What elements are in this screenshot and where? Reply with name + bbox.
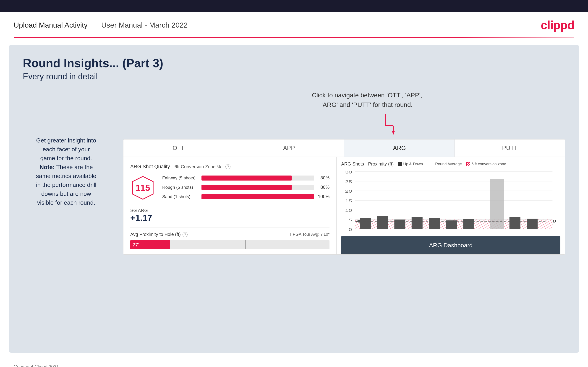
- section-header: ARG Shot Quality 6ft Conversion Zone % ?: [130, 164, 329, 170]
- shot-label-sand: Sand (1 shots): [162, 194, 199, 199]
- desc-line5: same metrics available: [36, 173, 96, 179]
- bar-container-fairway: [201, 175, 314, 181]
- section-title: ARG Shot Quality: [130, 164, 170, 170]
- svg-text:25: 25: [345, 180, 352, 184]
- svg-rect-29: [510, 217, 520, 229]
- legend-hatched-6ft: [466, 162, 470, 166]
- svg-rect-28: [490, 179, 504, 229]
- bar-fill-sand: [201, 194, 314, 199]
- shot-quality-list: Fairway (5 shots) 80% Rough (5 shots): [162, 175, 329, 203]
- bar-pct-rough: 80%: [317, 185, 329, 190]
- bar-fill-rough: [201, 185, 292, 190]
- legend-label-6ft: 6 ft conversion zone: [471, 162, 506, 167]
- tab-app[interactable]: APP: [234, 140, 344, 157]
- svg-text:20: 20: [345, 189, 352, 193]
- right-column: Click to navigate between 'OTT', 'APP','…: [123, 91, 565, 255]
- help-icon[interactable]: ?: [225, 164, 230, 169]
- legend-label-avg: Round Average: [435, 162, 462, 167]
- annotation-text: Click to navigate between 'OTT', 'APP','…: [169, 91, 565, 110]
- proximity-help-icon[interactable]: ?: [182, 232, 188, 237]
- desc-line1: Get greater insight into: [36, 137, 96, 144]
- left-panel: ARG Shot Quality 6ft Conversion Zone % ?…: [123, 157, 337, 254]
- chart-area: 30 25 20 15 10 5 0: [341, 169, 560, 254]
- nav-annotation: Click to navigate between 'OTT', 'APP','…: [123, 91, 565, 135]
- bar-container-rough: [201, 185, 314, 190]
- arg-dashboard-button[interactable]: ARG Dashboard: [341, 236, 560, 254]
- left-description: Get greater insight into each facet of y…: [23, 136, 110, 207]
- legend-item-avg: Round Average: [427, 162, 462, 167]
- desc-line2: each facet of your: [43, 146, 90, 153]
- arg-dashboard-label: ARG Dashboard: [429, 242, 473, 249]
- page-subtitle: Every round in detail: [23, 72, 565, 81]
- header-left: Upload Manual Activity User Manual - Mar…: [14, 21, 188, 29]
- pga-avg: ↑ PGA Tour Avg: 7'10": [290, 232, 329, 237]
- footer: Copyright Clippd 2021: [0, 359, 588, 367]
- dashboard-card: OTT APP ARG PUTT: [123, 139, 565, 255]
- hexagon-container: 115 Fairway (5 shots) 80%: [130, 175, 329, 203]
- top-bar: [0, 0, 588, 12]
- shot-row-sand: Sand (1 shots) 100%: [162, 194, 329, 199]
- upload-title: Upload Manual Activity: [14, 21, 88, 29]
- left-column: Get greater insight into each facet of y…: [23, 91, 110, 207]
- desc-line7: downs but are now: [41, 190, 91, 197]
- proximity-cursor: [245, 240, 246, 249]
- main-content: Round Insights... (Part 3) Every round i…: [9, 45, 579, 353]
- sg-value: +1.17: [130, 213, 329, 223]
- svg-rect-24: [412, 217, 423, 229]
- shot-label-rough: Rough (5 shots): [162, 185, 199, 190]
- desc-line6: in the performance drill: [36, 182, 96, 188]
- annotation-arrow: [381, 112, 399, 135]
- logo-text: clippd: [541, 18, 574, 32]
- svg-text:30: 30: [345, 170, 352, 174]
- sg-arg-section: SG ARG +1.17: [130, 208, 329, 223]
- proximity-bar-container: 77': [130, 240, 329, 249]
- desc-line8: visible for each round.: [37, 199, 95, 206]
- tab-arg[interactable]: ARG: [344, 140, 455, 157]
- desc-line4: These are the: [55, 164, 93, 170]
- proximity-section: Avg Proximity to Hole (ft) ? ↑ PGA Tour …: [130, 227, 329, 249]
- svg-rect-23: [395, 219, 406, 229]
- chart-legend: ARG Shots - Proximity (ft) Up & Down Rou…: [341, 161, 560, 167]
- proximity-title: Avg Proximity to Hole (ft): [130, 232, 181, 237]
- legend-dashed-avg: [427, 164, 434, 164]
- svg-rect-26: [446, 220, 457, 229]
- legend-square-updown: [398, 162, 402, 166]
- bar-container-sand: [201, 194, 314, 199]
- right-panel: ARG Shots - Proximity (ft) Up & Down Rou…: [337, 157, 565, 254]
- bar-pct-sand: 100%: [317, 194, 329, 199]
- chart-svg: 30 25 20 15 10 5 0: [341, 169, 560, 233]
- dashboard-body: ARG Shot Quality 6ft Conversion Zone % ?…: [123, 157, 565, 254]
- proximity-bar-fill: 77': [130, 240, 170, 249]
- user-manual-title: User Manual - March 2022: [101, 21, 188, 29]
- shot-label-fairway: Fairway (5 shots): [162, 175, 199, 181]
- header: Upload Manual Activity User Manual - Mar…: [0, 12, 588, 37]
- svg-rect-30: [527, 219, 537, 229]
- tabs-row: OTT APP ARG PUTT: [123, 140, 565, 157]
- svg-text:15: 15: [345, 199, 352, 203]
- legend-item-6ft: 6 ft conversion zone: [466, 162, 506, 167]
- section-subtitle: 6ft Conversion Zone %: [174, 164, 221, 169]
- content-layout: Get greater insight into each facet of y…: [23, 91, 565, 255]
- copyright-text: Copyright Clippd 2021: [14, 364, 59, 367]
- clippd-logo: clippd: [541, 18, 574, 32]
- svg-marker-3: [392, 131, 395, 135]
- svg-rect-21: [360, 218, 371, 229]
- desc-line3: game for the round.: [40, 155, 92, 162]
- svg-text:0: 0: [349, 228, 352, 232]
- hexagon-score: 115: [130, 175, 156, 200]
- svg-rect-27: [463, 219, 474, 229]
- svg-text:8: 8: [553, 219, 556, 223]
- sg-label: SG ARG: [130, 208, 329, 213]
- svg-rect-22: [377, 216, 388, 229]
- chart-title: ARG Shots - Proximity (ft): [341, 161, 394, 167]
- tab-putt[interactable]: PUTT: [455, 140, 565, 157]
- page-title: Round Insights... (Part 3): [23, 56, 565, 70]
- legend-item-updown: Up & Down: [398, 162, 423, 167]
- bar-pct-fairway: 80%: [317, 175, 329, 181]
- legend-label-updown: Up & Down: [403, 162, 423, 167]
- svg-text:5: 5: [349, 218, 352, 222]
- proximity-header: Avg Proximity to Hole (ft) ? ↑ PGA Tour …: [130, 232, 329, 237]
- tab-ott[interactable]: OTT: [123, 140, 234, 157]
- hexagon-value: 115: [136, 183, 150, 193]
- bar-fill-fairway: [201, 175, 292, 181]
